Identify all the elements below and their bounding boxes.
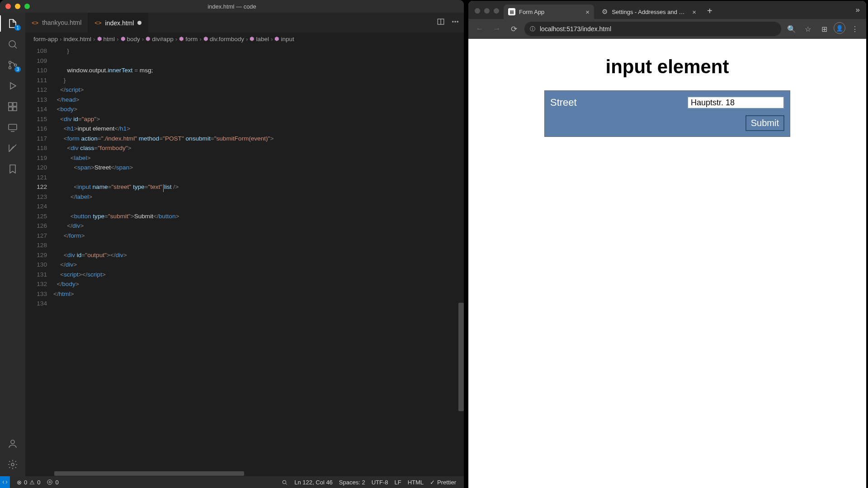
minimize-window-button[interactable]	[484, 8, 490, 14]
favicon-icon: ▦	[508, 8, 515, 15]
extensions-icon[interactable]: ⊞	[817, 22, 831, 36]
svg-point-9	[11, 440, 14, 444]
svg-rect-6	[9, 107, 12, 111]
status-ports[interactable]: 0	[43, 479, 61, 486]
status-encoding[interactable]: UTF-8	[368, 479, 392, 486]
tab-label: thankyou.html	[42, 19, 81, 26]
svg-point-16	[49, 481, 51, 483]
close-window-button[interactable]	[5, 4, 11, 9]
browser-toolbar: ← → ⟳ ⓘ localhost:5173/index.html 🔍 ☆ ⊞ …	[468, 19, 866, 39]
code-content[interactable]: } window.output.innerText = msg; } </scr…	[53, 45, 464, 471]
status-problems[interactable]: ⊗0 ⚠0	[14, 479, 43, 486]
svg-point-15	[47, 480, 52, 485]
scm-badge: 3	[14, 66, 21, 72]
split-editor-icon[interactable]	[437, 18, 445, 28]
editor-tab-thankyou[interactable]: <> thankyou.html	[25, 13, 88, 33]
html-file-icon: <>	[32, 19, 38, 26]
svg-rect-7	[13, 107, 17, 111]
field-label: Street	[550, 97, 577, 108]
svg-rect-4	[9, 103, 12, 106]
url-text: localhost:5173/index.html	[540, 25, 611, 33]
forward-button[interactable]: →	[490, 22, 504, 36]
page-heading: input element	[605, 56, 729, 78]
line-gutter: 1081091101111121131141151161171181191201…	[25, 45, 53, 471]
close-window-button[interactable]	[475, 8, 480, 14]
back-button[interactable]: ←	[473, 22, 486, 36]
status-cursor[interactable]: Ln 122, Col 46	[291, 479, 336, 486]
svg-point-0	[9, 41, 15, 47]
svg-rect-8	[9, 124, 17, 130]
status-indent[interactable]: Spaces: 2	[336, 479, 368, 486]
new-tab-button[interactable]: +	[703, 6, 716, 19]
activity-run-debug[interactable]	[6, 80, 19, 92]
zoom-icon[interactable]: 🔍	[785, 22, 798, 36]
activity-account[interactable]	[6, 437, 19, 450]
tab-label: index.html	[105, 19, 134, 27]
status-language[interactable]: HTML	[405, 479, 427, 486]
svg-point-13	[455, 21, 456, 22]
street-input[interactable]	[687, 96, 784, 109]
activity-bookmarks[interactable]	[6, 163, 19, 175]
status-formatter[interactable]: ✓ Prettier	[427, 479, 459, 486]
status-eol[interactable]: LF	[392, 479, 405, 486]
maximize-window-button[interactable]	[494, 8, 499, 14]
svg-point-17	[283, 480, 286, 484]
minimize-window-button[interactable]	[15, 4, 20, 9]
vscode-window: index.html — code 1 3	[0, 0, 464, 488]
window-traffic-lights	[0, 4, 30, 9]
browser-page: input element Street Submit	[468, 39, 866, 488]
remote-indicator[interactable]	[0, 476, 10, 488]
horizontal-scrollbar[interactable]	[25, 471, 464, 476]
html-file-icon: <>	[94, 19, 101, 26]
browser-tabstrip: ▦ Form App × ⚙ Settings - Addresses and …	[468, 1, 866, 19]
tab-title: Form App	[519, 9, 544, 15]
gear-icon: ⚙	[601, 8, 608, 15]
editor-area: <> thankyou.html <> index.html form-app …	[25, 13, 464, 476]
browser-window: ▦ Form App × ⚙ Settings - Addresses and …	[468, 1, 866, 488]
activity-remote[interactable]	[6, 121, 19, 134]
activity-extensions[interactable]	[6, 100, 19, 113]
activity-explorer[interactable]: 1	[6, 17, 19, 30]
reload-button[interactable]: ⟳	[507, 22, 521, 36]
browser-traffic-lights	[473, 8, 504, 19]
activity-source-control[interactable]: 3	[6, 59, 19, 71]
bookmark-icon[interactable]: ☆	[801, 22, 815, 36]
activity-search[interactable]	[6, 38, 19, 51]
profile-icon[interactable]: 👤	[834, 22, 845, 34]
editor-tabs: <> thankyou.html <> index.html	[25, 13, 464, 33]
browser-tab-formapp[interactable]: ▦ Form App ×	[504, 5, 594, 19]
browser-tab-settings[interactable]: ⚙ Settings - Addresses and m… ×	[597, 5, 701, 19]
svg-point-14	[457, 21, 458, 22]
maximize-window-button[interactable]	[24, 4, 30, 9]
vscode-titlebar: index.html — code	[0, 0, 464, 13]
status-bar: ⊗0 ⚠0 0 Ln 122, Col 46 Spaces: 2 UTF-8 L…	[0, 476, 464, 488]
svg-point-10	[11, 463, 14, 466]
submit-button[interactable]: Submit	[745, 115, 784, 131]
svg-point-1	[9, 61, 11, 64]
site-info-icon[interactable]: ⓘ	[530, 25, 535, 33]
svg-point-2	[9, 67, 11, 69]
editor-tab-index[interactable]: <> index.html	[88, 13, 148, 33]
status-find[interactable]	[278, 479, 291, 486]
explorer-badge: 1	[14, 25, 21, 31]
svg-rect-5	[13, 103, 17, 106]
window-title: index.html — code	[0, 3, 464, 10]
editor-scrollbar[interactable]	[458, 45, 464, 471]
tabstrip-overflow-icon[interactable]: »	[849, 5, 866, 19]
close-tab-icon[interactable]: ×	[690, 8, 698, 16]
activity-settings[interactable]	[6, 458, 19, 471]
form-body: Street Submit	[544, 90, 790, 137]
activity-bar: 1 3	[0, 13, 25, 476]
svg-point-12	[453, 21, 453, 22]
activity-timeline[interactable]	[6, 142, 19, 155]
code-editor[interactable]: 1081091101111121131141151161171181191201…	[25, 45, 464, 471]
tab-title: Settings - Addresses and m…	[612, 9, 687, 15]
breadcrumbs[interactable]: form-app › index.html › ⬢ html › ⬢ body …	[25, 33, 464, 45]
address-bar[interactable]: ⓘ localhost:5173/index.html	[524, 22, 781, 36]
dirty-indicator-icon	[137, 21, 142, 25]
more-actions-icon[interactable]	[451, 18, 459, 28]
menu-icon[interactable]: ⋮	[848, 22, 862, 36]
close-tab-icon[interactable]: ×	[584, 8, 591, 16]
